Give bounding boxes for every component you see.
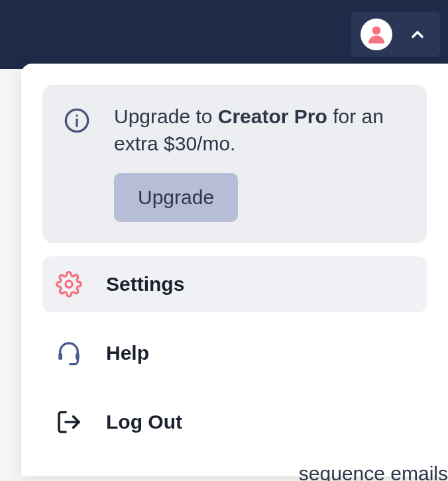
menu-label-settings: Settings (106, 273, 184, 295)
account-menu-toggle[interactable] (351, 12, 440, 57)
upgrade-card: Upgrade to Creator Pro for an extra $30/… (42, 85, 427, 243)
upgrade-plan-name: Creator Pro (218, 105, 327, 127)
upgrade-button[interactable]: Upgrade (114, 173, 238, 222)
svg-point-4 (66, 281, 72, 288)
gear-icon (56, 271, 82, 297)
upgrade-content: Upgrade to Creator Pro for an extra $30/… (114, 103, 406, 222)
user-icon (364, 23, 388, 46)
background-partial-text: sequence emails (299, 462, 448, 481)
logout-icon (56, 409, 82, 435)
avatar (361, 19, 392, 50)
upgrade-message: Upgrade to Creator Pro for an extra $30/… (114, 103, 406, 157)
upgrade-prefix: Upgrade to (114, 105, 218, 127)
app-header (0, 0, 448, 69)
chevron-up-icon (408, 25, 427, 44)
svg-rect-5 (58, 353, 62, 360)
menu-item-settings[interactable]: Settings (42, 256, 427, 312)
menu-label-help: Help (106, 342, 149, 364)
menu-item-logout[interactable]: Log Out (42, 394, 427, 450)
svg-point-0 (372, 27, 381, 35)
info-icon (64, 107, 90, 136)
svg-point-3 (76, 115, 78, 117)
headset-icon (56, 340, 82, 366)
menu-label-logout: Log Out (106, 411, 182, 433)
menu-item-help[interactable]: Help (42, 325, 427, 381)
account-dropdown: Upgrade to Creator Pro for an extra $30/… (21, 64, 448, 476)
